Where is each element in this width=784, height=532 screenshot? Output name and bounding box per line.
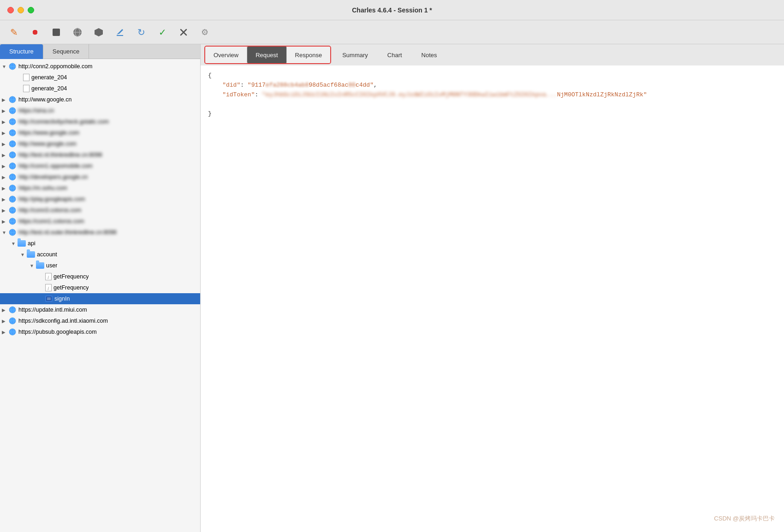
pen-icon[interactable]: ✎ (7, 26, 20, 39)
tab-chart[interactable]: Chart (379, 47, 410, 63)
tab-request[interactable]: Request (247, 47, 286, 63)
tree-item[interactable]: ▼ http://conn2.oppomobile.com (0, 61, 200, 72)
globe-icon (8, 140, 17, 148)
tree-item-label: http://developers.google.cn (18, 174, 88, 180)
check-icon[interactable]: ✓ (156, 26, 169, 39)
json-value-idtoken: "eyJhbGciOiJSUzI1NiIsInR5cCI6IkpXVCJ9.ey… (262, 91, 647, 98)
globe-icon (8, 118, 17, 126)
file-icon (23, 74, 30, 81)
tab-overview[interactable]: Overview (205, 47, 247, 63)
stop-icon[interactable] (50, 26, 63, 39)
chevron-right-icon: ▶ (2, 219, 8, 224)
tree-item-getfrequency-2[interactable]: j getFrequency (0, 282, 200, 293)
settings-icon[interactable]: ⚙ (198, 26, 211, 39)
tree-item-label: https://pubsub.googleapis.com (18, 329, 97, 335)
file-icon (23, 85, 30, 92)
tree-item[interactable]: ▶ https://conn1.coloros.com (0, 216, 200, 227)
tree-item-label: api (28, 240, 36, 247)
chevron-right-icon: ▶ (2, 186, 8, 191)
tree-item-miui[interactable]: ▶ https://update.intl.miui.com (0, 304, 200, 315)
tree-item[interactable]: ▶ http://conn1.oppomobile.com (0, 160, 200, 171)
tab-structure[interactable]: Structure (0, 44, 43, 59)
globe-icon (8, 129, 17, 137)
tree-item-signin[interactable]: signIn (0, 293, 200, 304)
tree-item-label: generate_204 (31, 85, 67, 92)
tree-item[interactable]: ▶ http://www.google.cn (0, 94, 200, 105)
main-layout: Structure Sequence ▼ http://conn2.oppomo… (0, 44, 784, 532)
tree-item[interactable]: ▶ https://sina.cn (0, 105, 200, 116)
tree-item[interactable]: ▼ http://test.rd.outer.thinkredline.cn:8… (0, 227, 200, 238)
tree-item-label: http://conn3.coloros.com (18, 207, 81, 213)
tree-item-label: https://sdkconfig.ad.intl.xiaomi.com (18, 318, 108, 324)
chevron-down-icon: ▼ (2, 230, 8, 235)
globe-icon (8, 217, 17, 225)
json-key-idtoken: "idToken" (222, 91, 255, 98)
json-content: { "did": "9117efa288cb4ab898d5acf68ac80c… (201, 65, 784, 532)
tree-item-folder-api[interactable]: ▼ api (0, 238, 200, 249)
globe-icon (8, 317, 17, 325)
tree-item-folder-account[interactable]: ▼ account (0, 249, 200, 260)
sidebar-tabs: Structure Sequence (0, 44, 200, 59)
close-button[interactable] (7, 7, 14, 13)
json-value-did: "9117efa288cb4ab898d5acf68ac80c4dd" (248, 82, 374, 89)
globe-icon (8, 184, 17, 192)
tree-item[interactable]: ▶ http://conn3.coloros.com (0, 205, 200, 216)
tree-item-label: getFrequency (53, 273, 89, 280)
chevron-down-icon: ▼ (2, 64, 8, 69)
globe-icon (8, 195, 17, 203)
tree-item-label: https://conn1.coloros.com (18, 218, 84, 225)
maximize-button[interactable] (28, 7, 34, 13)
hex-icon[interactable] (92, 26, 105, 39)
tree-item-label: http://conn1.oppomobile.com (18, 163, 93, 169)
tree-item-label: https://m.sohu.com (18, 185, 67, 191)
tab-summary[interactable]: Summary (334, 47, 376, 63)
json-brace-close: } (208, 110, 212, 117)
tree-item-getfrequency-1[interactable]: j getFrequency (0, 271, 200, 282)
globe-icon (8, 95, 17, 104)
chevron-right-icon: ▶ (2, 130, 8, 136)
record-icon[interactable]: ⏺ (29, 26, 42, 39)
tree-item-label: https://update.intl.miui.com (18, 307, 87, 313)
refresh-icon[interactable]: ↻ (135, 26, 148, 39)
chevron-right-icon: ▶ (2, 175, 8, 180)
chevron-right-icon: ▶ (2, 97, 8, 102)
tree-item[interactable]: generate_204 (0, 83, 200, 94)
tree-item[interactable]: ▶ http://developers.google.cn (0, 171, 200, 183)
tab-sequence[interactable]: Sequence (43, 44, 89, 59)
chevron-right-icon: ▶ (2, 197, 8, 202)
tree-item[interactable]: generate_204 (0, 72, 200, 83)
chevron-right-icon: ▶ (2, 119, 8, 124)
tree-item-label: getFrequency (53, 284, 89, 291)
folder-icon (27, 251, 35, 258)
chevron-down-icon: ▼ (11, 241, 18, 246)
chevron-down-icon: ▼ (30, 263, 36, 268)
chevron-right-icon: ▶ (2, 330, 8, 335)
tree-item[interactable]: ▶ http://test.rd.thinkredline.cn:8098 (0, 149, 200, 160)
tree-item[interactable]: ▶ http://connectivitycheck.gstatic.com (0, 116, 200, 127)
chevron-down-icon: ▼ (20, 252, 27, 257)
titlebar: Charles 4.6.4 - Session 1 * (0, 0, 784, 20)
chevron-right-icon: ▶ (2, 153, 8, 158)
tree-item[interactable]: ▶ https://www.google.com (0, 127, 200, 138)
tree-item-label: http://www.google.com (18, 141, 77, 147)
tab-response[interactable]: Response (287, 47, 331, 63)
content-pane: Overview Request Response Summary Chart … (201, 44, 784, 532)
compose-icon[interactable] (113, 26, 126, 39)
tools-icon[interactable] (177, 26, 190, 39)
folder-icon (18, 240, 26, 247)
tree-item[interactable]: ▶ http://www.google.com (0, 138, 200, 149)
tree-item-pubsub[interactable]: ▶ https://pubsub.googleapis.com (0, 326, 200, 337)
chevron-right-icon: ▶ (2, 319, 8, 324)
window-title: Charles 4.6.4 - Session 1 * (352, 6, 432, 14)
tree-item[interactable]: ▶ http://play.googleapis.com (0, 194, 200, 205)
tree-item-label: account (37, 251, 57, 258)
tab-notes[interactable]: Notes (413, 47, 445, 63)
globe-icon (8, 162, 17, 170)
ssl-proxy-icon[interactable] (71, 26, 84, 39)
tree-item-folder-user[interactable]: ▼ user (0, 260, 200, 271)
globe-icon (8, 306, 17, 314)
tree-item-xiaomi[interactable]: ▶ https://sdkconfig.ad.intl.xiaomi.com (0, 315, 200, 326)
minimize-button[interactable] (18, 7, 24, 13)
chevron-right-icon: ▶ (2, 108, 8, 113)
tree-item[interactable]: ▶ https://m.sohu.com (0, 183, 200, 194)
